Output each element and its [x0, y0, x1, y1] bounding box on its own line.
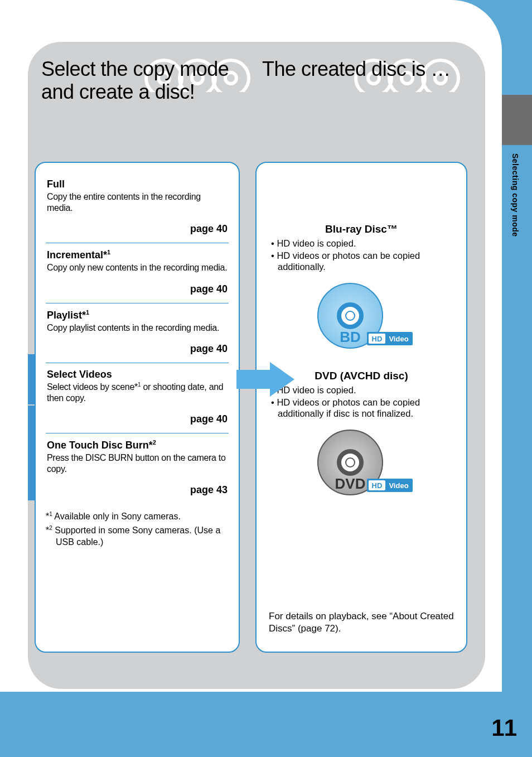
side-section-label: Selecting copy mode — [509, 153, 520, 237]
disc-icon: BD HD Video — [306, 279, 417, 352]
copy-mode-item: Playlist*1Copy playlist contents in the … — [46, 303, 229, 363]
svg-point-23 — [346, 458, 355, 467]
footnote: *1 Available only in Sony cameras. — [46, 510, 229, 523]
svg-text:HD: HD — [372, 481, 383, 490]
copy-mode-description: Copy playlist contents in the recording … — [47, 322, 228, 334]
copy-mode-title: Incremental*1 — [47, 249, 228, 261]
copy-mode-item: Select VideosSelect videos by scene*1 or… — [46, 363, 229, 433]
copy-mode-description: Copy the entire contents in the recordin… — [47, 191, 228, 213]
playback-note: For details on playback, see “About Crea… — [269, 610, 454, 635]
created-disc-box: Blu-ray Disc™HD video is copied.HD video… — [255, 162, 467, 653]
disc-bullet: HD videos or photos can be copied additi… — [271, 397, 454, 420]
disc-bullet-list: HD video is copied.HD videos or photos c… — [269, 238, 454, 273]
page-reference: page 40 — [47, 343, 228, 355]
disc-graphic: DVD HD Video — [269, 426, 454, 501]
right-heading: The created disc is … — [262, 57, 474, 80]
footnotes: *1 Available only in Sony cameras.*2 Sup… — [46, 510, 229, 548]
page: Selecting copy mode 11 Select the copy m… — [0, 0, 532, 757]
copy-mode-title: One Touch Disc Burn*2 — [47, 439, 228, 451]
disc-bullet: HD video is copied. — [271, 384, 454, 396]
svg-text:Video: Video — [389, 481, 408, 490]
copy-mode-description: Press the DISC BURN button on the camera… — [47, 452, 228, 474]
page-reference: page 43 — [47, 484, 228, 496]
page-number: 11 — [491, 715, 516, 741]
footnote: *2 Supported in some Sony cameras. (Use … — [46, 524, 229, 548]
svg-text:HD: HD — [372, 335, 383, 343]
section-tab — [502, 95, 532, 145]
left-heading: Select the copy mode and create a disc! — [41, 57, 253, 104]
disc-type-title: Blu-ray Disc™ — [269, 223, 454, 235]
disc-type-title: DVD (AVCHD disc) — [269, 370, 454, 382]
copy-mode-title: Playlist*1 — [47, 309, 228, 321]
disc-icon: DVD HD Video — [306, 426, 417, 499]
disc-bullet: HD videos or photos can be copied additi… — [271, 250, 454, 273]
left-column: Select the copy mode and create a disc! — [41, 53, 253, 138]
disc-graphic: BD HD Video — [269, 279, 454, 354]
flow-arrow-icon — [236, 362, 294, 397]
copy-mode-title: Full — [47, 179, 228, 190]
svg-point-15 — [346, 311, 355, 320]
svg-text:Video: Video — [389, 335, 408, 343]
page-reference: page 40 — [47, 413, 228, 425]
copy-mode-item: FullCopy the entire contents in the reco… — [46, 179, 229, 243]
right-column: The created disc is … — [262, 53, 474, 115]
copy-mode-description: Select videos by scene*1 or shooting dat… — [47, 382, 228, 403]
copy-mode-title: Select Videos — [47, 369, 228, 380]
content-panel: Select the copy mode and create a disc! … — [28, 42, 485, 689]
copy-mode-item: One Touch Disc Burn*2Press the DISC BURN… — [46, 433, 229, 504]
page-reference: page 40 — [47, 223, 228, 235]
disc-bullet: HD video is copied. — [271, 238, 454, 249]
svg-text:BD: BD — [340, 329, 361, 345]
svg-marker-12 — [236, 362, 294, 397]
disc-bullet-list: HD video is copied.HD videos or photos c… — [269, 384, 454, 420]
bluray-section: Blu-ray Disc™HD video is copied.HD video… — [269, 223, 454, 354]
copy-mode-item: Incremental*1Copy only new contents in t… — [46, 243, 229, 303]
dvd-section: DVD (AVCHD disc)HD video is copied.HD vi… — [269, 370, 454, 501]
page-reference: page 40 — [47, 283, 228, 295]
svg-text:DVD: DVD — [335, 475, 366, 492]
copy-mode-box: FullCopy the entire contents in the reco… — [35, 162, 240, 653]
copy-mode-description: Copy only new contents in the recording … — [47, 262, 228, 273]
